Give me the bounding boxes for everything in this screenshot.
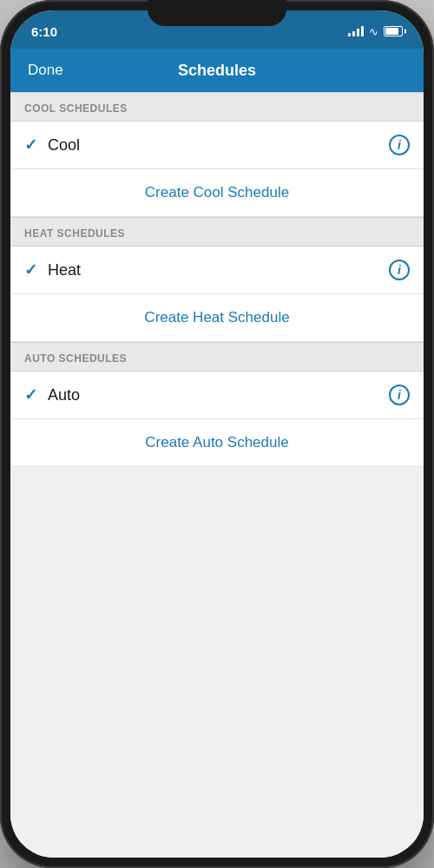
nav-bar: Done Schedules	[10, 49, 424, 92]
create-heat-label: Create Heat Schedule	[144, 309, 289, 326]
wifi-icon: ∿	[369, 25, 378, 38]
status-time: 6:10	[31, 24, 57, 39]
create-auto-button[interactable]: Create Auto Schedule	[10, 419, 424, 467]
auto-item[interactable]: ✓ Auto i	[10, 372, 424, 419]
content-area: COOL SCHEDULES ✓ Cool i Create Cool Sche…	[10, 92, 424, 858]
cool-info-icon[interactable]: i	[389, 135, 410, 155]
auto-section-label: AUTO SCHEDULES	[24, 352, 127, 365]
phone-notch	[148, 0, 286, 26]
signal-icon	[348, 26, 364, 36]
cool-section-header: COOL SCHEDULES	[10, 92, 424, 122]
heat-item[interactable]: ✓ Heat i	[10, 247, 424, 294]
heat-item-label: Heat	[48, 261, 389, 279]
create-cool-label: Create Cool Schedule	[145, 184, 289, 201]
done-button[interactable]: Done	[28, 62, 63, 79]
cool-section-label: COOL SCHEDULES	[24, 102, 128, 115]
status-icons: ∿	[348, 25, 403, 38]
auto-checkmark-icon: ✓	[24, 385, 37, 404]
heat-section-label: HEAT SCHEDULES	[24, 227, 125, 240]
auto-section-header: AUTO SCHEDULES	[10, 342, 424, 372]
heat-info-icon[interactable]: i	[389, 260, 410, 280]
auto-item-label: Auto	[48, 386, 389, 404]
create-cool-button[interactable]: Create Cool Schedule	[10, 169, 424, 217]
create-auto-label: Create Auto Schedule	[145, 434, 288, 451]
empty-area	[10, 467, 424, 727]
auto-info-icon[interactable]: i	[389, 385, 410, 405]
heat-section-header: HEAT SCHEDULES	[10, 217, 424, 247]
phone-screen: 6:10 ∿ Done Schedules	[10, 10, 424, 858]
create-heat-button[interactable]: Create Heat Schedule	[10, 294, 424, 342]
cool-item[interactable]: ✓ Cool i	[10, 122, 424, 169]
phone-shell: 6:10 ∿ Done Schedules	[0, 0, 434, 868]
page-title: Schedules	[178, 62, 256, 80]
battery-icon	[384, 26, 403, 36]
cool-item-label: Cool	[48, 136, 389, 155]
heat-checkmark-icon: ✓	[24, 260, 37, 279]
cool-checkmark-icon: ✓	[24, 135, 37, 155]
